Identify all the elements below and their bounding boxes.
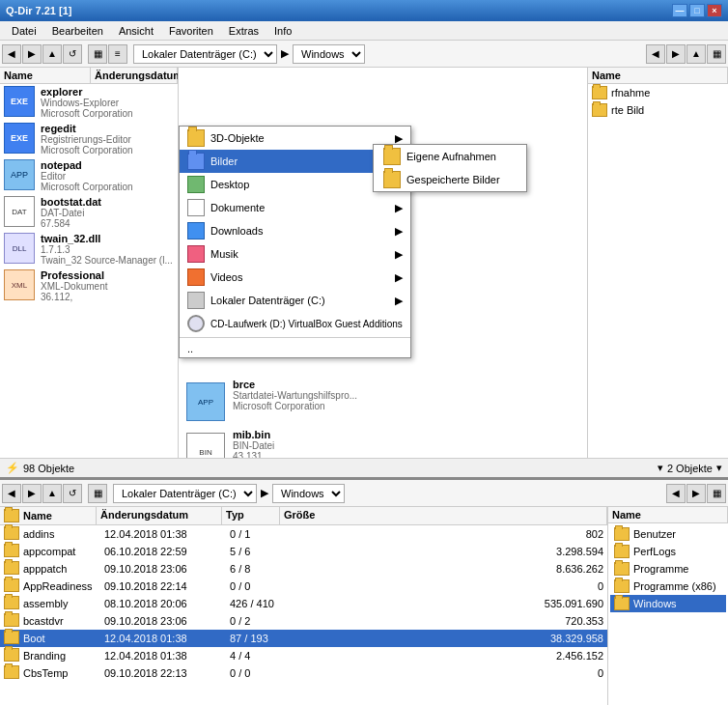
maximize-button[interactable]: □: [689, 4, 705, 17]
folder-icon: [4, 561, 19, 577]
professional-icon: XML: [4, 269, 35, 300]
table-row[interactable]: addins 12.04.2018 01:38 0 / 1 802: [0, 525, 607, 543]
list-item[interactable]: APP brce Startdatei-Wartungshilfspro... …: [179, 377, 587, 427]
folder-icon: [187, 129, 205, 147]
folder-icon: [4, 526, 19, 542]
bottom-up-button[interactable]: ▲: [42, 484, 62, 503]
bottom-right-nav1[interactable]: ◀: [666, 484, 686, 503]
top-left-col-date[interactable]: Änderungsdatum: [91, 68, 178, 83]
view-button[interactable]: ▦: [88, 44, 107, 64]
file-name: notepad: [41, 159, 174, 171]
bottom-pane: ◀ ▶ ▲ ↺ ▦ Lokaler Datenträger (C:) ▶ Win…: [0, 480, 728, 705]
bottom-right-nav2[interactable]: ▶: [686, 484, 706, 503]
bottom-forward-button[interactable]: ▶: [22, 484, 42, 503]
bottom-right-view[interactable]: ▦: [707, 484, 726, 503]
title-bar-text: Q-Dir 7.21 [1]: [6, 5, 672, 16]
menu-datei[interactable]: Datei: [4, 23, 44, 39]
menu-item-downloads[interactable]: Downloads ▶: [180, 219, 410, 242]
menu-info[interactable]: Info: [266, 23, 299, 39]
regedit-icon: EXE: [4, 123, 35, 154]
menu-favoriten[interactable]: Favoriten: [161, 23, 221, 39]
right-item[interactable]: Benutzer: [610, 525, 726, 543]
menu-ansicht[interactable]: Ansicht: [111, 23, 161, 39]
bottom-col-date[interactable]: Änderungsdatum: [97, 507, 222, 524]
folder-icon: [4, 613, 19, 629]
table-row[interactable]: apppatch 09.10.2018 23:06 6 / 8 8.636.26…: [0, 560, 607, 578]
top-status-right-dropdown[interactable]: ▾: [716, 462, 722, 474]
table-row[interactable]: AppReadiness 09.10.2018 22:14 0 / 0 0: [0, 578, 607, 595]
folder-blue-icon: [187, 153, 205, 170]
submenu-bilder[interactable]: Eigene Aufnahmen Gespeicherte Bilder: [373, 144, 527, 192]
folder-sm-icon: [4, 509, 19, 522]
list-item[interactable]: DLL twain_32.dll 1.7.1.3 Twain_32 Source…: [0, 231, 178, 268]
bottom-view-button[interactable]: ▦: [88, 484, 107, 503]
list-item[interactable]: EXE regedit Registrierungs-Editor Micros…: [0, 121, 178, 157]
submenu-item-eigene[interactable]: Eigene Aufnahmen: [374, 145, 526, 168]
sort-button[interactable]: ≡: [108, 44, 127, 64]
list-item[interactable]: EXE explorer Windows-Explorer Microsoft …: [0, 84, 178, 121]
bottom-drive-dropdown[interactable]: Lokaler Datenträger (C:): [113, 484, 257, 503]
downloads-icon: [187, 222, 205, 240]
top-right-view[interactable]: ▦: [707, 44, 726, 64]
menu-bearbeiten[interactable]: Bearbeiten: [44, 23, 111, 39]
up-button[interactable]: ▲: [42, 44, 62, 64]
hdd-icon: [187, 292, 205, 309]
top-left-col-name[interactable]: Name: [0, 68, 91, 83]
top-right-col-name[interactable]: Name: [588, 68, 728, 83]
bottom-col-typ[interactable]: Typ: [222, 507, 280, 524]
menu-item-cd[interactable]: CD-Laufwerk (D:) VirtualBox Guest Additi…: [180, 312, 410, 335]
bottom-refresh-button[interactable]: ↺: [63, 484, 82, 503]
list-item[interactable]: BIN mib.bin BIN-Datei 43.131,: [179, 427, 587, 458]
bottom-right-col-name[interactable]: Name: [608, 507, 728, 522]
menu-item-dotdot[interactable]: ..: [180, 340, 410, 357]
menu-item-videos[interactable]: Videos ▶: [180, 266, 410, 289]
top-right-nav2[interactable]: ▶: [666, 44, 686, 64]
table-row[interactable]: Branding 12.04.2018 01:38 4 / 4 2.456.15…: [0, 647, 607, 664]
list-item[interactable]: APP notepad Editor Microsoft Corporation: [0, 157, 178, 194]
bottom-left-panel: Name Änderungsdatum Typ Größe addins 12.…: [0, 507, 608, 705]
music-icon: [187, 245, 205, 263]
refresh-button[interactable]: ↺: [63, 44, 82, 64]
menu-item-dokumente[interactable]: Dokumente ▶: [180, 196, 410, 219]
bottom-col-size[interactable]: Größe: [280, 507, 607, 524]
forward-button[interactable]: ▶: [22, 44, 42, 64]
cd-icon: [187, 315, 205, 332]
folder-icon: [4, 578, 19, 594]
back-button[interactable]: ◀: [2, 44, 21, 64]
bottom-path-bar: Lokaler Datenträger (C:) ▶ Windows: [113, 484, 665, 503]
docs-icon: [187, 199, 205, 216]
menu-item-lokaler-c[interactable]: Lokaler Datenträger (C:) ▶: [180, 289, 410, 312]
top-status-bar: ⚡ 98 Objekte ▾ 2 Objekte ▾: [0, 458, 728, 477]
top-status-right: ▾: [658, 462, 663, 474]
file-name: bootstat.dat: [41, 196, 174, 208]
close-button[interactable]: ×: [707, 4, 722, 17]
bottom-col-name[interactable]: Name: [0, 507, 97, 524]
list-item[interactable]: DAT bootstat.dat DAT-Datei 67.584: [0, 194, 178, 231]
menu-bar: Datei Bearbeiten Ansicht Favoriten Extra…: [0, 21, 728, 41]
bottom-back-button[interactable]: ◀: [2, 484, 21, 503]
right-item[interactable]: Programme: [610, 560, 726, 578]
table-row[interactable]: Boot 12.04.2018 01:38 87 / 193 38.329.95…: [0, 630, 607, 647]
bottom-folder-dropdown[interactable]: Windows: [272, 484, 345, 503]
top-right-nav3[interactable]: ▲: [686, 44, 706, 64]
submenu-item-gespeicherte[interactable]: Gespeicherte Bilder: [374, 168, 526, 191]
table-row[interactable]: CbsTemp 09.10.2018 22:13 0 / 0 0: [0, 664, 607, 682]
table-row[interactable]: appcompat 06.10.2018 22:59 5 / 6 3.298.5…: [0, 543, 607, 560]
table-row[interactable]: assembly 08.10.2018 20:06 426 / 410 535.…: [0, 595, 607, 612]
menu-item-musik[interactable]: Musik ▶: [180, 242, 410, 266]
title-bar-buttons[interactable]: — □ ×: [672, 4, 722, 17]
table-row[interactable]: bcastdvr 09.10.2018 23:06 0 / 2 720.353: [0, 612, 607, 630]
top-drive-dropdown[interactable]: Lokaler Datenträger (C:): [133, 44, 277, 64]
minimize-button[interactable]: —: [672, 4, 687, 17]
top-folder-dropdown[interactable]: Windows: [293, 44, 365, 64]
right-item[interactable]: Programme (x86): [610, 578, 726, 595]
right-item[interactable]: rte Bild: [588, 101, 728, 119]
right-item[interactable]: PerfLogs: [610, 543, 726, 560]
right-item[interactable]: Windows: [610, 595, 726, 612]
folder-icon: [614, 545, 630, 558]
explorer-icon: EXE: [4, 86, 35, 117]
menu-extras[interactable]: Extras: [221, 23, 266, 39]
right-item[interactable]: rfnahme: [588, 84, 728, 101]
list-item[interactable]: XML Professional XML-Dokument 36.112,: [0, 268, 178, 304]
top-right-nav1[interactable]: ◀: [646, 44, 665, 64]
